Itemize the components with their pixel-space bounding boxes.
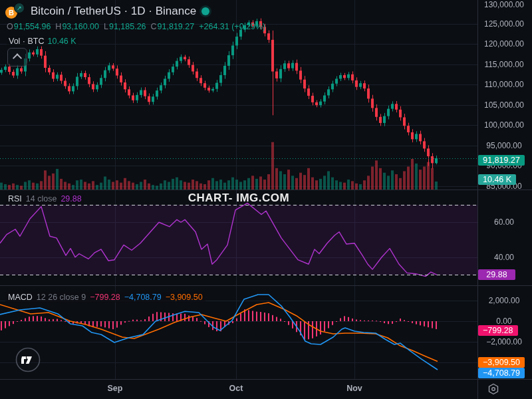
tradingview-logo[interactable]	[15, 347, 41, 372]
volume-value: 10.46 K	[48, 37, 76, 46]
axis-tick-label: 95,000.00	[479, 141, 529, 150]
rsi-params: 14 close	[26, 194, 57, 203]
close-label: C	[151, 22, 157, 31]
volume-label: Vol · BTC	[9, 37, 45, 46]
ohlc-row: O91,554.96 H93,160.00 L91,185.26 C91,819…	[7, 22, 265, 31]
macd-params: 12 26 close 9	[37, 293, 86, 302]
volume-row: Vol · BTC 10.46 K	[7, 36, 78, 47]
high-value: 93,160.00	[62, 22, 99, 31]
axis-tick-label: 0.00	[479, 317, 529, 326]
high-label: H	[55, 22, 61, 31]
open-value: 91,554.96	[14, 22, 51, 31]
pair-arrow-icon: ↗	[14, 3, 25, 13]
macd-line-value: −4,708.79	[124, 293, 162, 302]
rsi-name: RSI	[8, 194, 22, 203]
axis-tick-label: 105,000.00	[479, 100, 529, 110]
low-label: L	[104, 22, 108, 31]
axis-tick-label: 120,000.00	[479, 39, 529, 49]
trading-chart-app: B ↗ Bitcoin / TetherUS · 1D · Binance O9…	[0, 0, 532, 399]
rsi-value: 29.88	[61, 194, 81, 203]
time-axis-label: Oct	[223, 384, 249, 393]
axis-tick-label: 125,000.00	[479, 19, 529, 29]
symbol-title[interactable]: Bitcoin / TetherUS · 1D · Binance	[31, 5, 196, 18]
collapse-pane-button[interactable]	[7, 48, 27, 66]
axis-tick-label: 110,000.00	[479, 80, 529, 89]
change-value: +264.31 (+0.29%)	[199, 22, 265, 31]
macd-signal-badge: −3,909.50	[478, 357, 525, 368]
axis-tick-label: 115,000.00	[479, 60, 529, 69]
axis-tick-label: 2,000.00	[479, 296, 529, 305]
low-value: 91,185.26	[109, 22, 146, 31]
last-price-badge: 91,819.27	[478, 155, 525, 166]
macd-signal-value: −3,909.50	[166, 293, 203, 302]
axis-tick-label: 40.00	[479, 253, 529, 262]
rsi-legend: RSI 14 close 29.88	[5, 194, 84, 204]
time-axis-label: Nov	[341, 384, 368, 393]
macd-name: MACD	[8, 293, 33, 302]
axis-tick-label: 60.00	[479, 217, 529, 227]
symbol-pair-icon: B ↗	[5, 3, 25, 19]
axis-tick-label: 130,000.00	[479, 0, 529, 9]
symbol-header: B ↗ Bitcoin / TetherUS · 1D · Binance	[5, 3, 209, 19]
time-axis-label: Sep	[102, 384, 128, 393]
axis-tick-label: 100,000.00	[479, 120, 529, 130]
macd-hist-badge: −799.28	[478, 325, 518, 336]
market-status-dot-icon	[201, 7, 209, 15]
last-volume-badge: 10.46 K	[478, 174, 516, 185]
chevron-up-icon	[13, 53, 22, 63]
axis-settings-hexagon-icon[interactable]	[487, 383, 499, 395]
macd-hist-value: −799.28	[90, 293, 120, 302]
axis-tick-label: −2,000.00	[479, 337, 529, 346]
macd-legend: MACD 12 26 close 9 −799.28 −4,708.79 −3,…	[5, 292, 205, 303]
open-label: O	[7, 22, 13, 31]
rsi-value-badge: 29.88	[478, 269, 515, 280]
close-value: 91,819.27	[158, 22, 195, 31]
macd-line-badge: −4,708.79	[478, 368, 525, 378]
